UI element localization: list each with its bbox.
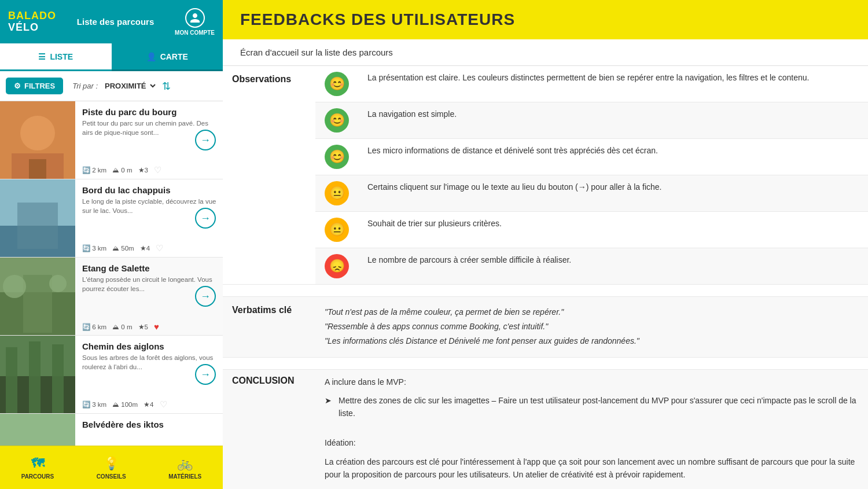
route-stars: ★4 — [144, 400, 153, 409]
tabs-bar: ☰ LISTE 👤 CARTE — [0, 43, 223, 71]
route-elevation: ⛰ 0 m — [112, 167, 132, 174]
account-label: MON COMPTE — [175, 30, 215, 36]
route-title: Etang de Salette — [82, 263, 217, 273]
nav-conseils-label: CONSEILS — [97, 473, 126, 480]
route-stars: ★3 — [138, 166, 148, 174]
nav-materiels[interactable]: 🚲 MATÉRIELS — [168, 456, 201, 480]
emoji-red-1: 😞 — [325, 254, 349, 278]
tab-carte[interactable]: 👤 CARTE — [112, 43, 223, 71]
nav-conseils[interactable]: 💡 CONSEILS — [97, 456, 126, 480]
logo-balado: BALADO — [8, 10, 56, 22]
svg-rect-16 — [29, 341, 41, 413]
svg-rect-17 — [52, 344, 64, 413]
feedback-header: FEEDBACKS DES UTILISATEURS — [223, 0, 868, 39]
spacer-row — [223, 285, 868, 297]
parcours-icon: 🗺 — [31, 456, 44, 471]
route-heart[interactable]: ♡ — [154, 165, 161, 175]
conclusion-label: CONCLUSION — [223, 369, 315, 489]
route-card[interactable]: Chemin des aiglons Sous les arbres de la… — [0, 336, 223, 414]
feedback-table: Observations 😊 La présentation est clair… — [223, 66, 868, 489]
route-title: Belvédère des iktos — [82, 420, 217, 429]
route-heart[interactable]: ♡ — [156, 243, 163, 253]
emoji-green-3: 😊 — [325, 145, 349, 169]
materiels-icon: 🚲 — [177, 456, 193, 471]
route-heart[interactable]: ♥ — [154, 322, 159, 332]
feedback-text-6: Le nombre de parcours à créer semble dif… — [358, 248, 868, 285]
route-heart[interactable]: ♡ — [160, 399, 167, 410]
observations-label: Observations — [223, 66, 315, 285]
list-icon: ☰ — [38, 52, 46, 61]
route-info: Belvédère des iktos — [75, 414, 223, 446]
route-image — [0, 179, 75, 257]
svg-point-1 — [20, 116, 55, 150]
left-panel: BALADO VÉLO Liste des parcours MON COMPT… — [0, 0, 223, 489]
bottom-nav: 🗺 PARCOURS 💡 CONSEILS 🚲 MATÉRIELS — [0, 446, 223, 489]
conclusion-row: CONCLUSION A inclure dans le MVP: ➤ Mett… — [223, 369, 868, 489]
logo-velo: VÉLO — [8, 22, 56, 34]
routes-list: Piste du parc du bourg Petit tour du par… — [0, 101, 223, 446]
emoji-cell-3: 😊 — [315, 139, 358, 175]
svg-rect-15 — [6, 347, 17, 413]
route-elevation: ⛰ 100m — [112, 401, 138, 408]
nav-materiels-label: MATÉRIELS — [168, 473, 201, 480]
route-meta: 🔄 6 km ⛰ 0 m ★5 ♥ — [82, 322, 217, 332]
route-meta: 🔄 2 km ⛰ 0 m ★3 ♡ — [82, 165, 217, 175]
route-distance: 🔄 3 km — [82, 244, 106, 252]
tab-liste-label: LISTE — [50, 52, 73, 61]
route-distance: 🔄 6 km — [82, 323, 106, 331]
conclusion-ideation-text: La création des parcours est clé pour l'… — [325, 455, 859, 481]
route-card[interactable]: Etang de Salette L'étang possède un circ… — [0, 258, 223, 336]
route-arrow[interactable]: → — [195, 130, 216, 150]
route-card[interactable]: Belvédère des iktos — [0, 414, 223, 446]
route-arrow[interactable]: → — [195, 364, 216, 385]
observations-row-2: 😊 La navigation est simple. — [223, 102, 868, 139]
conseils-icon: 💡 — [104, 456, 119, 471]
right-panel: FEEDBACKS DES UTILISATEURS Écran d'accue… — [223, 0, 868, 489]
logo: BALADO VÉLO — [8, 10, 56, 34]
observations-row-5: 😐 Souhait de trier sur plusieurs critère… — [223, 212, 868, 248]
nav-parcours-label: PARCOURS — [21, 473, 54, 480]
route-arrow[interactable]: → — [195, 286, 216, 307]
conclusion-content: A inclure dans le MVP: ➤ Mettre des zone… — [315, 369, 868, 489]
svg-rect-10 — [23, 275, 52, 333]
feedback-text-3: Les micro informations de distance et dé… — [358, 139, 868, 175]
route-image — [0, 414, 75, 446]
route-meta: 🔄 3 km ⛰ 100m ★4 ♡ — [82, 399, 217, 410]
conclusion-mvp-text: Mettre des zones de clic sur les imagett… — [339, 394, 859, 420]
header-title: Liste des parcours — [77, 17, 154, 27]
emoji-green-2: 😊 — [325, 108, 349, 133]
feedback-text-5: Souhait de trier sur plusieurs critères. — [358, 212, 868, 248]
account-icon — [185, 8, 205, 28]
tab-carte-label: CARTE — [160, 52, 188, 61]
filter-button[interactable]: ⚙ FILTRES — [6, 78, 63, 94]
tab-liste[interactable]: ☰ LISTE — [0, 43, 112, 71]
emoji-cell-5: 😐 — [315, 212, 358, 248]
route-card[interactable]: Bord du lac chappuis Le long de la piste… — [0, 179, 223, 258]
route-stars: ★4 — [140, 244, 150, 252]
emoji-cell-4: 😐 — [315, 175, 358, 212]
account-area[interactable]: MON COMPTE — [175, 8, 215, 36]
observations-row-3: 😊 Les micro informations de distance et … — [223, 139, 868, 175]
tri-select[interactable]: PROXIMITÉ DISTANCE DIFFICULTÉ — [102, 81, 157, 91]
feedback-title: FEEDBACKS DES UTILISATEURS — [240, 10, 851, 29]
filter-bar: ⚙ FILTRES Tri par : PROXIMITÉ DISTANCE D… — [0, 71, 223, 101]
emoji-cell-1: 😊 — [315, 66, 358, 102]
route-card[interactable]: Piste du parc du bourg Petit tour du par… — [0, 101, 223, 179]
route-image — [0, 101, 75, 179]
screen-label: Écran d'accueil sur la liste des parcour… — [223, 39, 868, 66]
observations-row-4: 😐 Certains cliquent sur l'image ou le te… — [223, 175, 868, 212]
observations-row-1: Observations 😊 La présentation est clair… — [223, 66, 868, 102]
route-stars: ★5 — [138, 323, 148, 331]
route-image — [0, 258, 75, 335]
observations-row-6: 😞 Le nombre de parcours à créer semble d… — [223, 248, 868, 285]
emoji-cell-2: 😊 — [315, 102, 358, 139]
filter-icon: ⚙ — [14, 82, 21, 90]
feedback-text-2: La navigation est simple. — [358, 102, 868, 139]
sort-icon[interactable]: ⇅ — [162, 80, 171, 93]
emoji-cell-6: 😞 — [315, 248, 358, 285]
route-title: Piste du parc du bourg — [82, 107, 217, 117]
route-arrow[interactable]: → — [195, 208, 216, 229]
route-distance: 🔄 3 km — [82, 400, 106, 409]
feedback-content: Écran d'accueil sur la liste des parcour… — [223, 39, 868, 489]
nav-parcours[interactable]: 🗺 PARCOURS — [21, 456, 54, 480]
